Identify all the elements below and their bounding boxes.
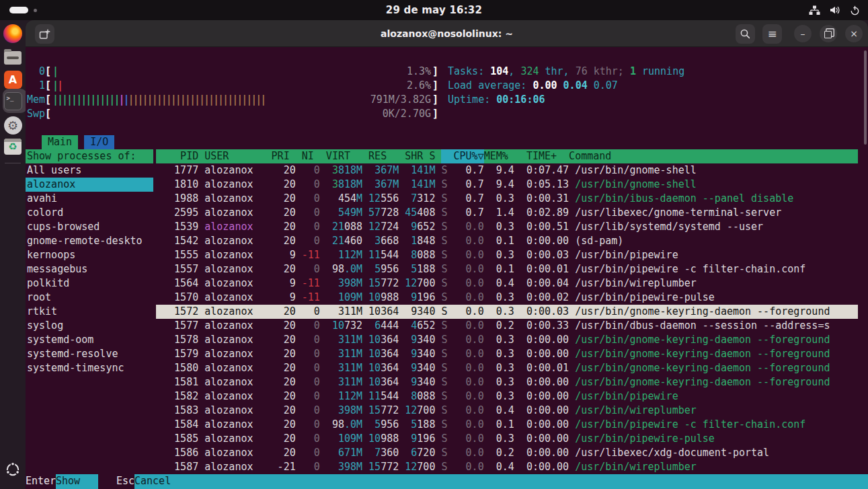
firefox-icon[interactable] (2, 23, 24, 44)
files-icon[interactable] (2, 47, 24, 69)
process-table: 1777 alozanox 20 0 3818M 367M 141M S 0.7… (156, 163, 858, 474)
search-button[interactable] (736, 24, 755, 44)
meter-0: 0[|1.3%] (27, 65, 438, 79)
minimize-icon: – (801, 28, 805, 39)
show-apps-icon[interactable] (2, 459, 24, 480)
minimize-button[interactable]: – (794, 25, 812, 42)
tab-main[interactable]: Main (42, 135, 78, 149)
stat-line: Load average: 0.00 0.04 0.07 (448, 79, 618, 93)
process-row[interactable]: 1579 alozanox 20 0 311M 10364 9340 S 0.0… (156, 347, 858, 361)
new-tab-button[interactable] (35, 24, 54, 44)
gnome-top-bar: 29 de may 16:32 (0, 0, 868, 20)
hamburger-icon: ≡ (767, 28, 777, 40)
htop-tabs: MainI/O (42, 135, 114, 149)
htop-screen: 0[|1.3%]1[||2.6%]Mem[|||||||||||||||||||… (26, 47, 868, 489)
menu-button[interactable]: ≡ (762, 24, 782, 44)
meter-swp: Swp[0K/2.70G] (27, 107, 438, 121)
user-list-item[interactable]: systemd-timesync (26, 361, 153, 375)
user-panel-header: Show processes of: (26, 149, 153, 163)
user-list-item[interactable]: rtkit (26, 305, 153, 319)
dock: A >_ ⚙ ♻ (0, 20, 26, 489)
user-list-item[interactable]: avahi (26, 192, 153, 206)
terminal-window: alozanox@nosololinux: ~ ≡ – × 0[|1.3%]1[… (26, 20, 868, 489)
titlebar[interactable]: alozanox@nosololinux: ~ ≡ – × (26, 20, 868, 47)
process-row[interactable]: 1570 alozanox 9 -11 109M 10988 9196 S 0.… (156, 291, 858, 305)
process-row[interactable]: 1810 alozanox 20 0 3818M 367M 141M S 0.7… (156, 178, 858, 192)
process-row[interactable]: 2595 alozanox 20 0 549M 57728 45408 S 0.… (156, 206, 858, 220)
process-row[interactable]: 1572 alozanox 20 0 311M 10364 9340 S 0.0… (156, 305, 858, 319)
user-list-item[interactable]: polkitd (26, 276, 153, 291)
terminal-icon[interactable]: >_ (2, 90, 24, 112)
stat-line: Uptime: 00:16:06 (448, 93, 545, 107)
close-button[interactable]: × (845, 25, 863, 42)
fkey-enter-label: Enter (26, 474, 56, 489)
process-row[interactable]: 1582 alozanox 20 0 112M 11544 8088 S 0.0… (156, 389, 858, 404)
process-row[interactable]: 1542 alozanox 20 0 21460 3668 1848 S 0.0… (156, 234, 858, 248)
fkey-cancel-action[interactable]: Cancel (134, 474, 868, 489)
user-list-item[interactable]: systemd-oom (26, 333, 153, 347)
close-icon: × (850, 28, 858, 39)
app-center-icon[interactable]: A (2, 69, 24, 90)
user-list-item[interactable]: alozanox (26, 178, 153, 192)
process-row[interactable]: 1777 alozanox 20 0 3818M 367M 141M S 0.7… (156, 163, 858, 178)
process-row[interactable]: 1564 alozanox 9 -11 398M 15772 12700 S 0… (156, 276, 858, 291)
user-list-item[interactable]: systemd-resolve (26, 347, 153, 361)
restore-button[interactable] (820, 25, 837, 42)
restore-icon (824, 31, 832, 38)
user-list-item[interactable]: messagebus (26, 262, 153, 276)
process-row[interactable]: 1555 alozanox 9 -11 112M 11544 8088 S 0.… (156, 248, 858, 262)
process-row[interactable]: 1577 alozanox 20 0 10732 6444 4652 S 0.0… (156, 319, 858, 333)
process-row[interactable]: 1584 alozanox 20 0 98.0M 5956 5188 S 0.0… (156, 418, 858, 432)
fkey-gap (98, 474, 116, 489)
desktop: 29 de may 16:32 A >_ ⚙ ♻ alozanox@nosolo… (0, 0, 868, 489)
user-list-item[interactable]: All users (26, 163, 153, 178)
user-list-item[interactable]: gnome-remote-deskto (26, 234, 153, 248)
network-icon[interactable] (809, 5, 820, 15)
user-list-item[interactable]: cups-browsed (26, 220, 153, 234)
process-row[interactable]: 1539 alozanox 20 0 21088 12724 9652 S 0.… (156, 220, 858, 234)
process-row[interactable]: 1583 alozanox 20 0 398M 15772 12700 S 0.… (156, 404, 858, 418)
system-tray[interactable] (809, 0, 860, 20)
settings-icon[interactable]: ⚙ (2, 114, 24, 136)
scrollbar-thumb[interactable] (864, 50, 867, 145)
process-table-header[interactable]: PID USER PRI NI VIRT RES SHR S CPU%▽MEM%… (156, 149, 858, 163)
process-row[interactable]: 1587 alozanox -21 0 398M 15772 12700 S 0… (156, 460, 858, 474)
process-row[interactable]: 1578 alozanox 20 0 311M 10364 9340 S 0.0… (156, 333, 858, 347)
process-row[interactable]: 1580 alozanox 20 0 311M 10364 9340 S 0.0… (156, 361, 858, 375)
process-row[interactable]: 1585 alozanox 20 0 109M 10988 9196 S 0.0… (156, 432, 858, 446)
user-list: All usersalozanoxavahicolordcups-browsed… (26, 163, 153, 375)
tab-io[interactable]: I/O (84, 135, 114, 149)
clock-label[interactable]: 29 de may 16:32 (0, 4, 868, 16)
process-row[interactable]: 1557 alozanox 20 0 98.0M 5956 5188 S 0.0… (156, 262, 858, 276)
user-list-item[interactable]: syslog (26, 319, 153, 333)
user-list-item[interactable]: root (26, 291, 153, 305)
user-list-item[interactable]: colord (26, 206, 153, 220)
software-updater-icon[interactable]: ♻ (2, 136, 24, 157)
power-icon[interactable] (850, 5, 860, 15)
process-row[interactable]: 1581 alozanox 20 0 311M 10364 9340 S 0.0… (156, 375, 858, 389)
user-list-item[interactable]: kernoops (26, 248, 153, 262)
dock-divider (5, 163, 21, 163)
stat-line: Tasks: 104, 324 thr, 76 kthr; 1 running (448, 65, 684, 79)
process-row[interactable]: 1988 alozanox 20 0 454M 12556 7312 S 0.7… (156, 192, 858, 206)
process-row[interactable]: 1586 alozanox 20 0 671M 7360 6720 S 0.0 … (156, 446, 858, 460)
fkey-esc-label: Esc (116, 474, 134, 489)
meter-1: 1[||2.6%] (27, 79, 438, 93)
meter-mem: Mem[||||||||||||||||||||||||||||||||||||… (27, 93, 438, 107)
function-bar: EnterShowEscCancel (26, 474, 868, 489)
volume-icon[interactable] (830, 5, 840, 15)
fkey-show-action[interactable]: Show (56, 474, 98, 489)
